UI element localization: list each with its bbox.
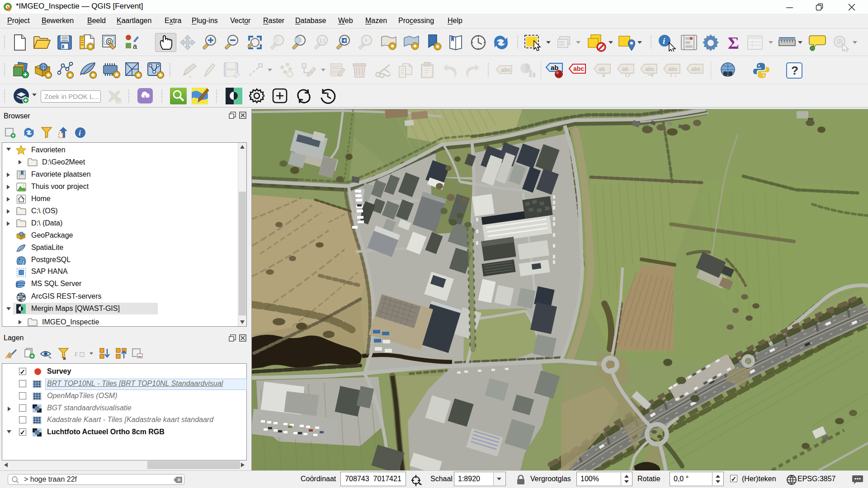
svg-text:ε: ε [75,349,78,358]
svg-text:?: ? [791,64,798,77]
svg-text:ab: ab [622,66,628,72]
svg-text:a: a [133,42,137,50]
svg-text:abc: abc [691,66,701,72]
svg-text:i: i [79,129,81,137]
svg-text:abc: abc [645,66,655,72]
svg-text:abc: abc [501,66,511,73]
svg-text:ab: ab [551,64,559,71]
svg-text:ab: ab [599,66,605,72]
svg-text:i: i [663,36,665,46]
svg-text:1:1: 1:1 [319,38,326,43]
svg-text:Σ: Σ [728,33,739,52]
svg-text:abc: abc [668,66,678,72]
svg-text:abc: abc [573,65,584,72]
